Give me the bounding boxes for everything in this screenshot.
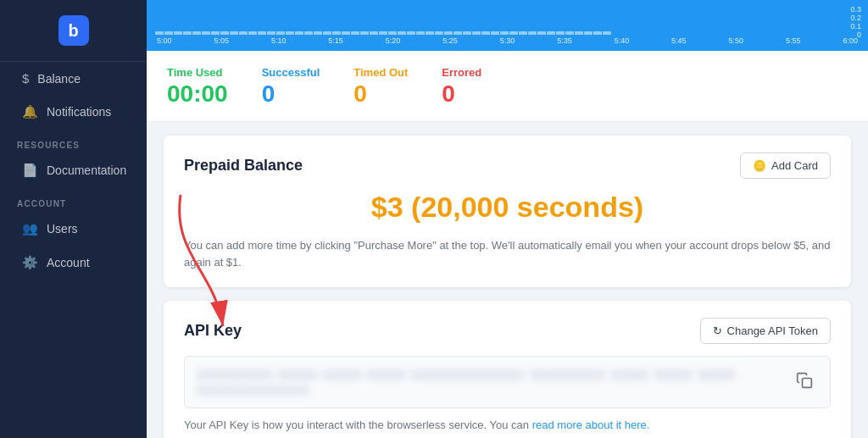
chart-bars [155,5,860,35]
chart-bar [286,31,294,35]
chart-bar [379,31,387,35]
svg-rect-0 [803,378,812,387]
chart-bar [267,31,275,35]
stat-successful: Successful 0 [262,66,320,106]
bell-icon: 🔔 [22,104,38,119]
chart-bar [556,31,565,35]
chart-x-axis: 5:00 5:05 5:10 5:15 5:20 5:25 5:30 5:35 … [155,36,860,45]
chart-bar [248,31,257,35]
main-content: 5:00 5:05 5:10 5:15 5:20 5:25 5:30 5:35 … [147,0,868,438]
chart-bar [314,31,322,35]
chart-bar [547,31,555,35]
stats-row: Time Used 00:00 Successful 0 Timed Out 0… [147,51,868,122]
credit-card-icon: 🪙 [753,159,766,172]
doc-icon: 📄 [22,163,38,178]
errored-label: Errored [442,66,481,79]
api-key-card: API Key ↻ Change API Token xxxxxxxx-xxxx… [164,301,851,438]
change-api-token-button[interactable]: ↻ Change API Token [700,318,831,344]
sidebar-item-notifications[interactable]: 🔔 Notifications [5,96,142,128]
sidebar: b $ Balance 🔔 Notifications RESOURCES 📄 … [0,0,147,438]
sidebar-item-notifications-label: Notifications [47,105,111,119]
stat-timed-out: Timed Out 0 [353,66,408,106]
time-used-label: Time Used [167,66,228,79]
timed-out-value: 0 [353,82,408,106]
sidebar-item-users[interactable]: 👥 Users [5,213,142,245]
chart-bar [603,31,611,35]
refresh-icon: ↻ [713,324,722,337]
sidebar-item-account[interactable]: ⚙️ Account [5,247,142,279]
chart-bar [174,31,182,35]
resources-section-label: RESOURCES [0,129,147,153]
add-card-label: Add Card [771,159,818,172]
chart-bar [388,31,397,35]
prepaid-balance-header: Prepaid Balance 🪙 Add Card [184,152,831,179]
chart-bar [472,31,481,35]
chart-bar [323,31,331,35]
api-key-header: API Key ↻ Change API Token [184,318,831,344]
timed-out-label: Timed Out [353,66,408,79]
change-api-token-label: Change API Token [727,324,818,337]
chart-bar [453,31,462,35]
chart-bar [332,31,341,35]
api-key-value: xxxxxxxx-xxxx-xxxx-xxxx-xxxxxxxxxxxx xxx… [198,367,793,397]
chart-bar [407,31,415,35]
sidebar-item-balance-label: Balance [37,72,81,86]
chart-bar [211,31,220,35]
chart-bar [239,31,248,35]
sidebar-item-documentation[interactable]: 📄 Documentation [5,154,142,186]
chart-bar [565,31,574,35]
sidebar-item-users-label: Users [47,222,78,236]
add-card-button[interactable]: 🪙 Add Card [740,152,831,179]
chart-bar [593,31,602,35]
chart-bar [398,31,406,35]
chart-bar [192,31,201,35]
prepaid-balance-card: Prepaid Balance 🪙 Add Card $3 (20,000 se… [164,136,851,287]
chart-bar [416,31,425,35]
chart-bar [164,31,173,35]
successful-label: Successful [262,66,320,79]
api-key-display: xxxxxxxx-xxxx-xxxx-xxxx-xxxxxxxxxxxx xxx… [184,356,831,408]
time-used-value: 00:00 [167,82,228,106]
sidebar-item-documentation-label: Documentation [47,164,126,177]
chart-bar [426,31,434,35]
api-note-link[interactable]: read more about it here. [532,419,650,431]
sidebar-item-balance[interactable]: $ Balance [5,63,142,94]
chart-bar [230,31,238,35]
account-section-label: ACCOUNT [0,187,147,212]
chart-bar [360,31,369,35]
balance-note: You can add more time by clicking "Purch… [184,237,831,270]
api-note-prefix: Your API Key is how you interact with th… [184,419,532,431]
stat-time-used: Time Used 00:00 [167,66,228,106]
chart-bar [537,31,546,35]
chart-bar [155,31,164,35]
chart-bar [342,31,350,35]
chart-bar [584,31,593,35]
dollar-icon: $ [22,71,29,86]
copy-api-key-button[interactable] [793,369,816,396]
chart-bar [202,31,210,35]
chart-bar [444,31,453,35]
api-key-note: Your API Key is how you interact with th… [184,417,831,434]
chart-bar [500,31,509,35]
chart-bar [463,31,471,35]
chart-bar [370,31,378,35]
chart-bar [295,31,303,35]
errored-value: 0 [442,82,481,106]
copy-icon [796,372,813,389]
chart-bar [220,31,229,35]
chart-bar [258,31,266,35]
api-key-title: API Key [184,322,242,340]
stat-errored: Errored 0 [442,66,481,106]
chart-bar [481,31,490,35]
chart-y-axis: 0.3 0.2 0.1 0 [850,5,861,37]
brand-logo: b [58,15,89,46]
chart-bar [509,31,518,35]
gear-icon: ⚙️ [22,255,38,270]
successful-value: 0 [262,82,320,106]
prepaid-balance-title: Prepaid Balance [184,157,303,175]
usage-chart: 5:00 5:05 5:10 5:15 5:20 5:25 5:30 5:35 … [147,0,868,51]
chart-bar [304,31,313,35]
chart-bar [575,31,583,35]
chart-bar [435,31,443,35]
sidebar-logo: b [0,0,147,62]
